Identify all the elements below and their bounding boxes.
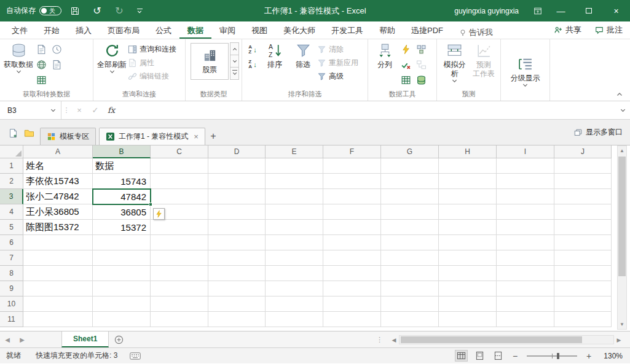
cell-E5[interactable] [266,220,323,235]
cell-H10[interactable] [439,296,497,312]
cell-B5[interactable]: 15372 [93,220,151,235]
tab-pdf-addin[interactable]: 迅捷PDF [403,23,451,39]
row-header-5[interactable]: 5 [0,220,23,235]
cell-I6[interactable] [497,235,554,250]
data-validation-icon[interactable] [399,58,412,71]
cell-D6[interactable] [208,235,266,250]
cell-B4[interactable]: 36805 [93,204,151,220]
cell-D8[interactable] [208,266,266,281]
cell-A7[interactable] [23,250,93,266]
column-header-A[interactable]: A [23,145,93,158]
cell-D10[interactable] [208,296,266,312]
cell-H2[interactable] [439,174,497,189]
cell-B7[interactable] [93,250,151,266]
gallery-scroll-up-icon[interactable] [230,42,239,55]
cell-J10[interactable] [554,296,612,312]
cell-C11[interactable] [151,312,208,327]
cell-J7[interactable] [554,250,612,266]
undo-icon[interactable]: ↺ [89,0,106,21]
cell-E10[interactable] [266,296,323,312]
zoom-slider[interactable] [527,355,577,357]
cell-B1[interactable]: 数据 [93,158,151,174]
cell-D7[interactable] [208,250,266,266]
row-header-8[interactable]: 8 [0,266,23,281]
vertical-scroll-thumb[interactable] [618,157,626,276]
formula-input[interactable] [119,101,615,119]
sort-ascending-icon[interactable]: AZ↓ [245,42,261,57]
cell-A2[interactable]: 李依依15743 [23,174,93,189]
view-normal-icon[interactable] [455,350,468,362]
name-box[interactable]: B3 [0,101,61,119]
text-to-columns-button[interactable]: 分列 [371,40,399,69]
cell-F8[interactable] [323,266,381,281]
cell-F11[interactable] [323,312,381,327]
account-user[interactable]: guyingxia guyingxia [454,7,519,15]
spreadsheet-grid[interactable]: ABCDEFGHIJ1姓名数据2李依依15743157433张小二4784247… [0,145,612,327]
cell-D5[interactable] [208,220,266,235]
column-header-G[interactable]: G [381,145,439,158]
insert-function-icon[interactable]: fx [103,101,119,119]
cell-B10[interactable] [93,296,151,312]
horizontal-scroll-thumb[interactable] [401,336,582,343]
cell-C2[interactable] [151,174,208,189]
cell-I2[interactable] [497,174,554,189]
scroll-left-icon[interactable]: ◀ [389,337,399,343]
cell-G1[interactable] [381,158,439,174]
cell-C1[interactable] [151,158,208,174]
get-data-button[interactable]: 获取数据 [2,40,34,74]
cell-C10[interactable] [151,296,208,312]
cell-F9[interactable] [323,281,381,296]
comments-button[interactable]: 批注 [595,25,623,36]
cell-E4[interactable] [266,204,323,220]
cell-J1[interactable] [554,158,612,174]
tab-insert[interactable]: 插入 [68,23,100,39]
row-header-11[interactable]: 11 [0,312,23,327]
maximize-button[interactable] [575,0,602,21]
cell-J5[interactable] [554,220,612,235]
refresh-all-button[interactable]: 全部刷新 [96,40,128,74]
view-page-break-icon[interactable] [492,350,505,362]
cell-E3[interactable] [266,189,323,204]
close-button[interactable]: × [602,0,630,21]
cell-F7[interactable] [323,250,381,266]
cell-F2[interactable] [323,174,381,189]
cell-H7[interactable] [439,250,497,266]
outline-button[interactable]: 分级显示 [510,53,541,87]
cell-D3[interactable] [208,189,266,204]
cell-B8[interactable] [93,266,151,281]
cell-A9[interactable] [23,281,93,296]
tab-formulas[interactable]: 公式 [148,23,179,39]
zoom-out-icon[interactable]: − [510,351,520,361]
from-web-icon[interactable] [34,58,48,71]
remove-duplicates-icon[interactable] [399,73,412,87]
cell-G11[interactable] [381,312,439,327]
row-header-4[interactable]: 4 [0,204,23,220]
sheet-nav-right-icon[interactable]: ▶ [15,331,30,347]
cell-C7[interactable] [151,250,208,266]
consolidate-icon[interactable] [414,42,428,56]
cell-B6[interactable] [93,235,151,250]
vertical-scrollbar[interactable]: ▲ ▼ [617,145,627,330]
cell-G5[interactable] [381,220,439,235]
gallery-more-icon[interactable] [230,67,239,80]
zoom-in-icon[interactable]: + [584,351,594,361]
filter-button[interactable]: 筛选 [289,40,317,69]
cell-H3[interactable] [439,189,497,204]
row-header-2[interactable]: 2 [0,174,23,189]
recent-sources-icon[interactable] [50,42,63,56]
cell-E11[interactable] [266,312,323,327]
cell-E6[interactable] [266,235,323,250]
column-header-C[interactable]: C [151,145,208,158]
cell-H8[interactable] [439,266,497,281]
cell-B2[interactable]: 15743 [93,174,151,189]
row-header-6[interactable]: 6 [0,235,23,250]
what-if-analysis-button[interactable]: 模拟分析 [439,40,470,83]
manage-data-model-icon[interactable] [414,73,428,87]
zoom-level[interactable]: 130% [599,352,623,360]
cell-J8[interactable] [554,266,612,281]
cell-J11[interactable] [554,312,612,327]
new-document-icon[interactable] [5,123,21,143]
cell-E1[interactable] [266,158,323,174]
new-tab-icon[interactable]: + [205,128,221,145]
sheet-tab-sheet1[interactable]: Sheet1 [61,331,109,347]
